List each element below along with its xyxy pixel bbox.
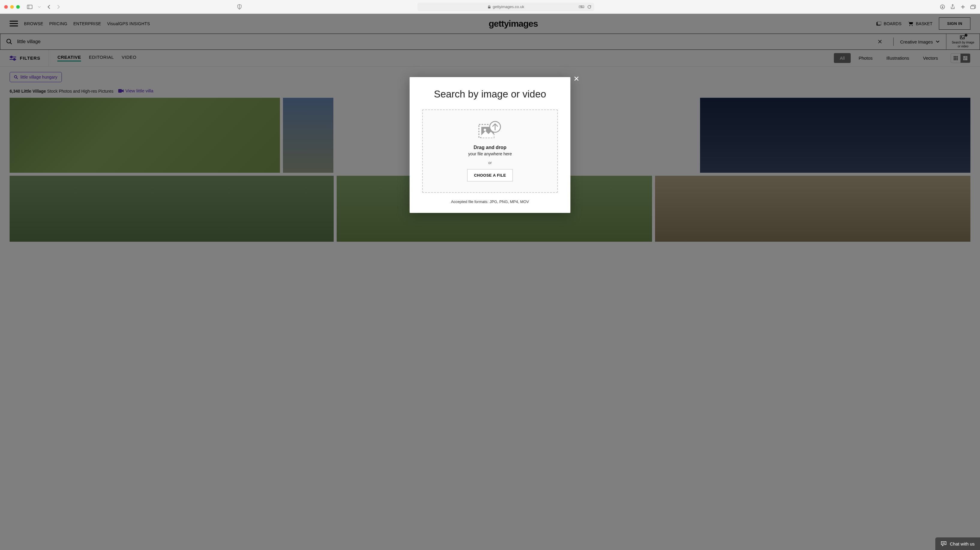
sidebar-toggle-icon[interactable]	[27, 4, 32, 10]
share-icon[interactable]	[950, 4, 955, 10]
back-icon[interactable]	[46, 4, 52, 10]
window-close-icon[interactable]	[4, 5, 8, 9]
shield-icon[interactable]	[237, 4, 242, 10]
svg-point-40	[945, 543, 945, 544]
window-zoom-icon[interactable]	[16, 5, 20, 9]
dropzone-subtitle: your file anywhere here	[468, 151, 512, 156]
choose-file-button[interactable]: CHOOSE A FILE	[467, 169, 513, 181]
browser-toolbar: gettyimages.co.uk	[0, 0, 980, 14]
translate-icon[interactable]	[579, 4, 584, 10]
url-text: gettyimages.co.uk	[493, 5, 524, 9]
svg-rect-3	[488, 6, 491, 8]
forward-icon[interactable]	[56, 4, 61, 10]
close-icon[interactable]: ✕	[573, 75, 579, 82]
svg-rect-7	[971, 6, 975, 9]
chat-icon	[941, 541, 947, 547]
downloads-icon[interactable]	[940, 4, 945, 10]
lock-icon	[488, 5, 491, 8]
reload-icon[interactable]	[587, 4, 592, 10]
dropzone-or: or	[488, 160, 492, 165]
chat-widget[interactable]: Chat with us	[935, 537, 980, 550]
upload-image-icon	[478, 121, 502, 139]
dropzone-title: Drag and drop	[474, 145, 506, 150]
accepted-formats: Accepted file formats: JPG, PNG, MP4, MO…	[422, 200, 558, 204]
search-by-image-modal: ✕ Search by image or video Drag and drop…	[410, 77, 570, 213]
chevron-down-icon[interactable]	[37, 4, 42, 10]
chat-label: Chat with us	[950, 541, 975, 547]
modal-title: Search by image or video	[422, 89, 558, 100]
svg-point-39	[944, 543, 944, 544]
svg-rect-0	[27, 5, 32, 9]
window-minimize-icon[interactable]	[10, 5, 14, 9]
new-tab-icon[interactable]	[960, 4, 966, 10]
svg-point-38	[943, 543, 943, 544]
tabs-overview-icon[interactable]	[970, 4, 976, 10]
window-traffic-lights	[4, 5, 20, 9]
url-bar[interactable]: gettyimages.co.uk	[417, 3, 594, 11]
file-dropzone[interactable]: Drag and drop your file anywhere here or…	[422, 109, 558, 193]
svg-point-36	[484, 128, 486, 131]
